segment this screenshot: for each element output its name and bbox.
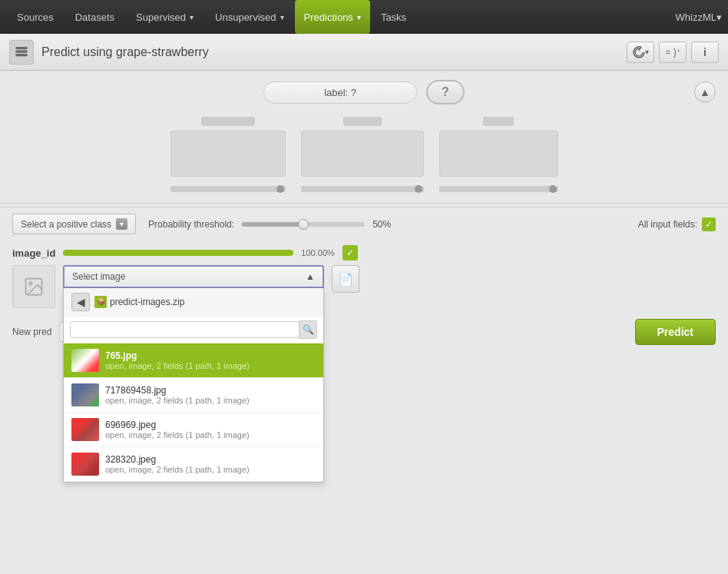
item-thumbnail <box>71 383 99 406</box>
dropdown-search-input[interactable] <box>70 321 299 338</box>
positive-class-label: Select a positive class <box>21 219 111 230</box>
item-filename: 696969.jpeg <box>105 420 250 430</box>
field-row-image-id: image_id 100.00% ✓ Select image <box>0 241 728 313</box>
divider-1 <box>0 203 728 204</box>
dropdown-panel: ◀ 📦 predict-images.zip 🔍 765.jpgopen, im… <box>63 288 324 483</box>
progress-pct-label: 100.00% <box>301 248 334 257</box>
refresh-caret: ▾ <box>645 48 649 56</box>
search-button[interactable]: 🔍 <box>299 320 317 339</box>
placeholder-section <box>0 109 728 200</box>
dropdown-item[interactable]: 717869458.jpgopen, image, 2 fields (1 pa… <box>64 378 323 413</box>
unsupervised-caret-icon: ▾ <box>280 13 284 22</box>
item-info: 765.jpgopen, image, 2 fields (1 path, 1 … <box>105 350 250 370</box>
sub-header: Predict using grape-strawberry ▾ = ) ⁺ i <box>0 34 728 71</box>
prob-slider-track[interactable] <box>242 222 365 227</box>
file-icon: 📄 <box>338 272 353 287</box>
placeholder-box-2 <box>301 117 424 192</box>
dropdown-item[interactable]: 765.jpgopen, image, 2 fields (1 path, 1 … <box>64 343 323 378</box>
breadcrumb-item: 📦 predict-images.zip <box>94 296 184 308</box>
item-meta: open, image, 2 fields (1 path, 1 image) <box>105 430 250 440</box>
nav-item-unsupervised[interactable]: Unsupervised ▾ <box>204 0 295 34</box>
label-bar: label: ? ? ▲ <box>0 71 728 109</box>
dropdown-item[interactable]: 696969.jpegopen, image, 2 fields (1 path… <box>64 413 323 447</box>
item-meta: open, image, 2 fields (1 path, 1 image) <box>105 361 250 370</box>
collapse-icon: ▲ <box>700 86 710 98</box>
svg-rect-0 <box>16 47 27 48</box>
question-button[interactable]: ? <box>426 80 465 105</box>
prob-threshold-label: Probability threshold: <box>148 219 234 230</box>
nav-predictions-label: Predictions <box>304 12 353 23</box>
prob-value: 50% <box>372 219 391 230</box>
placeholder-rect-2 <box>301 131 424 177</box>
positive-class-select[interactable]: Select a positive class ▾ <box>12 214 136 234</box>
progress-fill <box>63 250 293 256</box>
nav-item-datasets[interactable]: Datasets <box>65 0 125 34</box>
label-pill: label: ? <box>263 81 417 104</box>
nav-brand[interactable]: WhizzML ▾ <box>676 12 722 23</box>
nav-datasets-label: Datasets <box>75 12 114 23</box>
new-pred-label: New pred <box>12 327 51 337</box>
field-content: Select image ▲ ◀ 📦 predict-images.zip 🔍 <box>12 265 716 308</box>
top-navigation: Sources Datasets Supervised ▾ Unsupervis… <box>0 0 728 34</box>
code-caret: ⁺ <box>677 48 680 56</box>
image-preview-box <box>12 265 55 308</box>
item-info: 328320.jpegopen, image, 2 fields (1 path… <box>105 454 250 474</box>
select-placeholder-label: Select image <box>72 271 125 282</box>
nav-item-predictions[interactable]: Predictions ▾ <box>295 0 370 34</box>
image-select-dropdown: Select image ▲ ◀ 📦 predict-images.zip 🔍 <box>63 265 324 288</box>
back-button[interactable]: ◀ <box>71 293 90 311</box>
field-check-button[interactable]: ✓ <box>342 245 358 260</box>
item-filename: 765.jpg <box>105 350 250 361</box>
item-info: 717869458.jpgopen, image, 2 fields (1 pa… <box>105 385 250 405</box>
refresh-button[interactable]: ▾ <box>627 41 654 63</box>
question-label: ? <box>442 85 449 98</box>
dropdown-item[interactable]: 328320.jpegopen, image, 2 fields (1 path… <box>64 447 323 482</box>
dropdown-items-list: 765.jpgopen, image, 2 fields (1 path, 1 … <box>64 343 323 482</box>
label-text: label: ? <box>324 87 356 98</box>
nav-supervised-label: Supervised <box>136 12 186 23</box>
collapse-button[interactable]: ▲ <box>694 81 716 103</box>
placeholder-slider-1 <box>170 186 286 192</box>
placeholder-box-1 <box>170 117 286 192</box>
placeholder-label-3 <box>483 117 514 126</box>
svg-rect-2 <box>16 54 27 55</box>
placeholder-rect-1 <box>170 131 286 177</box>
breadcrumb-name: predict-images.zip <box>110 297 184 307</box>
select-image-header[interactable]: Select image ▲ <box>63 265 324 288</box>
all-input-fields-check[interactable]: ✓ <box>702 217 716 231</box>
item-filename: 328320.jpeg <box>105 454 250 465</box>
placeholder-slider-2 <box>301 186 424 192</box>
placeholder-box-3 <box>439 117 558 192</box>
supervised-caret-icon: ▾ <box>190 13 194 22</box>
placeholder-rect-3 <box>439 131 558 177</box>
code-button[interactable]: = ) ⁺ <box>659 41 687 63</box>
list-icon <box>15 45 28 59</box>
nav-unsupervised-label: Unsupervised <box>215 12 276 23</box>
info-button[interactable]: i <box>691 41 719 63</box>
nav-item-sources[interactable]: Sources <box>6 0 65 34</box>
field-checkmark-icon: ✓ <box>346 247 354 258</box>
item-thumbnail <box>71 349 99 372</box>
sub-header-icon-button[interactable] <box>9 40 34 65</box>
svg-point-4 <box>29 282 32 285</box>
file-upload-button[interactable]: 📄 <box>332 265 359 293</box>
prob-slider-thumb[interactable] <box>298 219 309 230</box>
content-area: Predict using grape-strawberry ▾ = ) ⁺ i… <box>0 34 728 574</box>
brand-caret-icon: ▾ <box>716 12 722 23</box>
field-name-label: image_id <box>12 247 55 259</box>
item-meta: open, image, 2 fields (1 path, 1 image) <box>105 465 250 474</box>
item-meta: open, image, 2 fields (1 path, 1 image) <box>105 396 250 405</box>
placeholder-label-1 <box>201 117 255 126</box>
placeholder-label-2 <box>343 117 382 126</box>
controls-row: Select a positive class ▾ Probability th… <box>0 207 728 241</box>
probability-threshold: Probability threshold: 50% <box>148 219 626 230</box>
image-placeholder-icon <box>23 276 45 297</box>
info-icon: i <box>703 46 706 58</box>
search-row: 🔍 <box>64 317 323 343</box>
item-filename: 717869458.jpg <box>105 385 250 396</box>
dropdown-breadcrumb: ◀ 📦 predict-images.zip <box>64 288 323 317</box>
nav-item-tasks[interactable]: Tasks <box>370 0 417 34</box>
predict-button[interactable]: Predict <box>635 319 716 345</box>
nav-sources-label: Sources <box>17 12 54 23</box>
nav-item-supervised[interactable]: Supervised ▾ <box>125 0 204 34</box>
